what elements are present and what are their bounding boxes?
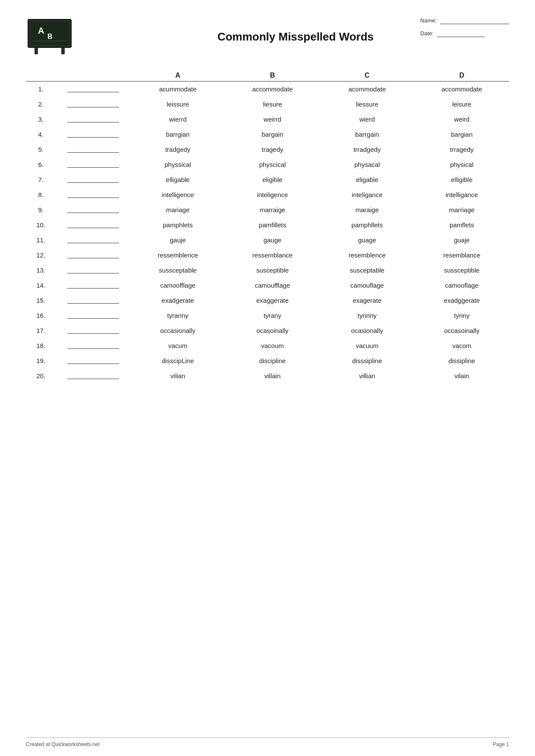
col-d-cell: elligible bbox=[415, 172, 509, 187]
blackboard-icon: A B bbox=[26, 17, 73, 56]
table-row: 10.pamphletspamfilletspamphlletspamflets bbox=[26, 217, 509, 232]
col-d-cell: occasoinally bbox=[415, 323, 509, 338]
answer-cell[interactable] bbox=[56, 308, 130, 323]
table-row: 11.gaujegaugeguageguaje bbox=[26, 232, 509, 248]
row-number: 5. bbox=[26, 142, 56, 157]
col-a-cell: ressemblence bbox=[130, 248, 225, 263]
col-a-cell: barrgian bbox=[130, 127, 225, 142]
col-c-cell: inteligance bbox=[320, 187, 414, 202]
table-row: 13.sussceptablesusceptiblesusceptablesus… bbox=[26, 263, 509, 278]
row-number: 1. bbox=[26, 82, 56, 97]
answer-cell[interactable] bbox=[56, 82, 130, 97]
row-number: 7. bbox=[26, 172, 56, 187]
answer-cell[interactable] bbox=[56, 97, 130, 112]
table-row: 5.tradgedytragedytrradgedytrragedy bbox=[26, 142, 509, 157]
col-a-cell: physsical bbox=[130, 157, 225, 172]
col-c-cell: camouflage bbox=[320, 278, 414, 293]
col-b-header: B bbox=[225, 69, 320, 82]
col-b-cell: accommodate bbox=[225, 82, 320, 97]
answer-cell[interactable] bbox=[56, 293, 130, 308]
col-a-header: A bbox=[130, 69, 225, 82]
col-d-cell: weird bbox=[415, 112, 509, 127]
col-d-header: D bbox=[415, 69, 509, 82]
col-a-cell: vacum bbox=[130, 338, 225, 353]
col-a-cell: leissure bbox=[130, 97, 225, 112]
col-b-cell: tragedy bbox=[225, 142, 320, 157]
row-number: 13. bbox=[26, 263, 56, 278]
answer-cell[interactable] bbox=[56, 112, 130, 127]
col-d-cell: pamflets bbox=[415, 217, 509, 232]
table-row: 12.ressemblenceressemblanceresemblencere… bbox=[26, 248, 509, 263]
answer-cell[interactable] bbox=[56, 323, 130, 338]
col-a-cell: mariage bbox=[130, 202, 225, 217]
col-d-cell: vacom bbox=[415, 338, 509, 353]
col-b-cell: villain bbox=[225, 368, 320, 383]
answer-cell[interactable] bbox=[56, 187, 130, 202]
row-number: 19. bbox=[26, 353, 56, 368]
col-d-cell: tyriny bbox=[415, 308, 509, 323]
col-d-cell: intelligance bbox=[415, 187, 509, 202]
table-row: 18.vacumvacoumvacuumvacom bbox=[26, 338, 509, 353]
col-c-cell: pamphllets bbox=[320, 217, 414, 232]
col-a-cell: pamphlets bbox=[130, 217, 225, 232]
name-date-block: Name: Date: bbox=[420, 17, 509, 43]
table-row: 3.wierrdweirrdwierdweird bbox=[26, 112, 509, 127]
answer-cell[interactable] bbox=[56, 278, 130, 293]
row-number: 17. bbox=[26, 323, 56, 338]
answer-cell[interactable] bbox=[56, 232, 130, 248]
col-c-cell: ocasionally bbox=[320, 323, 414, 338]
answer-cell[interactable] bbox=[56, 157, 130, 172]
col-d-cell: marriage bbox=[415, 202, 509, 217]
col-a-cell: gauje bbox=[130, 232, 225, 248]
col-c-cell: barrgain bbox=[320, 127, 414, 142]
col-b-cell: susceptible bbox=[225, 263, 320, 278]
worksheet-table: A B C D 1.acummodateaccommodateacommodat… bbox=[26, 69, 509, 383]
row-number: 18. bbox=[26, 338, 56, 353]
col-a-cell: wierrd bbox=[130, 112, 225, 127]
col-b-cell: gauge bbox=[225, 232, 320, 248]
date-field[interactable] bbox=[437, 30, 485, 37]
answer-cell[interactable] bbox=[56, 142, 130, 157]
col-c-cell: maraige bbox=[320, 202, 414, 217]
footer-right: Page 1 bbox=[493, 741, 509, 747]
page-wrapper: Name: Date: A B bbox=[0, 0, 535, 756]
name-field[interactable] bbox=[440, 17, 509, 24]
col-d-cell: sussceptible bbox=[415, 263, 509, 278]
answer-cell[interactable] bbox=[56, 172, 130, 187]
col-c-cell: liessure bbox=[320, 97, 414, 112]
answer-cell[interactable] bbox=[56, 263, 130, 278]
date-label: Date: bbox=[420, 30, 434, 37]
col-b-cell: tyrany bbox=[225, 308, 320, 323]
table-row: 1.acummodateaccommodateacommodateaccommo… bbox=[26, 82, 509, 97]
col-b-cell: weirrd bbox=[225, 112, 320, 127]
col-b-cell: exaggerate bbox=[225, 293, 320, 308]
answer-cell[interactable] bbox=[56, 202, 130, 217]
col-c-cell: resemblence bbox=[320, 248, 414, 263]
answer-cell[interactable] bbox=[56, 353, 130, 368]
table-row: 16.tyrannytyranytyrinnytyriny bbox=[26, 308, 509, 323]
table-row: 15.exadgerateexaggerateexagerateexadgger… bbox=[26, 293, 509, 308]
table-row: 19.disscipLinedisciplinedisssiplinedissi… bbox=[26, 353, 509, 368]
col-a-cell: tyranny bbox=[130, 308, 225, 323]
col-a-cell: disscipLine bbox=[130, 353, 225, 368]
answer-cell[interactable] bbox=[56, 368, 130, 383]
col-c-cell: wierd bbox=[320, 112, 414, 127]
col-c-cell: acommodate bbox=[320, 82, 414, 97]
answer-cell[interactable] bbox=[56, 217, 130, 232]
col-b-cell: eligible bbox=[225, 172, 320, 187]
col-a-cell: exadgerate bbox=[130, 293, 225, 308]
col-answer-header bbox=[56, 69, 130, 82]
table-row: 8.intelligenceinteligenceinteliganceinte… bbox=[26, 187, 509, 202]
col-c-header: C bbox=[320, 69, 414, 82]
row-number: 14. bbox=[26, 278, 56, 293]
date-line: Date: bbox=[420, 30, 509, 37]
table-row: 6.physsicalphyscicalphysacalphysical bbox=[26, 157, 509, 172]
answer-cell[interactable] bbox=[56, 338, 130, 353]
row-number: 11. bbox=[26, 232, 56, 248]
answer-cell[interactable] bbox=[56, 127, 130, 142]
footer-left: Created at Quickworksheets.net bbox=[26, 741, 100, 747]
col-b-cell: bargain bbox=[225, 127, 320, 142]
name-line: Name: bbox=[420, 17, 509, 24]
col-a-cell: intelligence bbox=[130, 187, 225, 202]
answer-cell[interactable] bbox=[56, 248, 130, 263]
